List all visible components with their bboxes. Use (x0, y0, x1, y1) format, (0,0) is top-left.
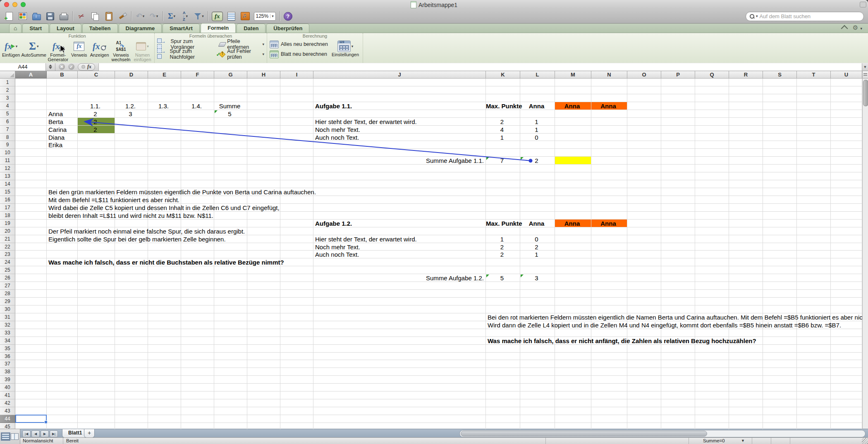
resize-grip-icon[interactable] (862, 438, 868, 444)
row-header-10[interactable]: 10 (0, 149, 15, 157)
search-icon[interactable] (749, 14, 755, 19)
format-brush-icon[interactable] (117, 11, 127, 21)
row-header-1[interactable]: 1 (0, 79, 15, 86)
cell-K26[interactable]: 5 (486, 274, 518, 282)
tab-layout[interactable]: Layout (50, 24, 81, 33)
cancel-icon[interactable]: ✕ (59, 64, 65, 70)
trace-precedents-button[interactable]: → Spur zum Vorgänger (155, 39, 217, 49)
name-box-stepper[interactable] (46, 63, 55, 71)
collapse-ribbon-icon[interactable] (841, 25, 848, 32)
column-header-B[interactable]: B (47, 71, 78, 79)
column-header-K[interactable]: K (486, 71, 520, 79)
open-icon[interactable]: ↓ (31, 11, 41, 21)
row-header-39[interactable]: 39 (0, 376, 15, 384)
cell-B8[interactable]: Diana (48, 134, 65, 141)
cell-B15[interactable]: Bei den grün markierten Feldern müssten … (48, 188, 316, 196)
cell-L21[interactable]: 0 (520, 235, 553, 243)
row-header-26[interactable]: 26 (0, 274, 15, 282)
copy-icon[interactable] (90, 11, 100, 21)
cell-K8[interactable]: 1 (486, 134, 518, 141)
title-bar[interactable]: Arbeitsmappe1 (0, 0, 868, 9)
cell-L19[interactable]: Anna (520, 220, 553, 227)
row-header-5[interactable]: 5 (0, 110, 15, 118)
row-header-33[interactable]: 33 (0, 329, 15, 337)
column-header-E[interactable]: E (148, 71, 181, 79)
cell-J22[interactable]: Noch mehr Text. (315, 243, 360, 251)
cell-C5[interactable]: 2 (78, 110, 113, 118)
calculate-sheet-button[interactable]: Blatt neu berechnen (267, 49, 330, 59)
row-header-28[interactable]: 28 (0, 290, 15, 298)
row-header-17[interactable]: 17 (0, 204, 15, 212)
save-icon[interactable] (45, 11, 55, 21)
cell-C6[interactable]: 2 (78, 118, 113, 126)
row-header-11[interactable]: 11 (0, 157, 15, 165)
cell-B17[interactable]: Wird dabei die Zelle C5 kopiert und dess… (48, 204, 280, 212)
cell-K34[interactable]: Was mache ich falsch, dass er nicht anfä… (488, 337, 756, 345)
row-header-24[interactable]: 24 (0, 258, 15, 266)
column-header-S[interactable]: S (763, 71, 797, 79)
formula-input[interactable] (98, 63, 862, 71)
cell-J4[interactable]: Aufgabe 1.1. (315, 102, 352, 110)
cell-fill-M11[interactable] (555, 157, 591, 164)
tab-home-icon[interactable]: ⌂ (9, 24, 22, 33)
row-header-4[interactable]: 4 (0, 102, 15, 110)
column-header-O[interactable]: O (627, 71, 661, 79)
row-header-2[interactable]: 2 (0, 86, 15, 94)
cell-K7[interactable]: 4 (486, 126, 518, 134)
accept-icon[interactable]: ✓ (68, 64, 74, 70)
row-header-19[interactable]: 19 (0, 220, 15, 227)
row-header-21[interactable]: 21 (0, 235, 15, 243)
row-header-25[interactable]: 25 (0, 266, 15, 274)
column-header-H[interactable]: H (247, 71, 280, 79)
cell-B16[interactable]: Mit dem Befehl =L$11 funktioniert es abe… (48, 196, 179, 204)
cell-B18[interactable]: bleibt deren Inhalt =L$11 und wird nicht… (48, 212, 213, 220)
search-scope-dropdown-icon[interactable]: ▾ (756, 14, 758, 18)
cut-icon[interactable]: ✂ (77, 11, 86, 21)
split-handle[interactable] (863, 71, 868, 79)
cell-N19[interactable]: Anna (591, 220, 625, 227)
cell-L26[interactable]: 3 (520, 274, 553, 282)
cell-J6[interactable]: Hier steht der Text, der erwartet wird. (315, 118, 417, 126)
template-gallery-icon[interactable] (18, 11, 28, 21)
cell-E4[interactable]: 1.3. (148, 102, 179, 110)
sort-icon[interactable]: A↓Z▾ (180, 11, 190, 21)
cell-K32[interactable]: Wird dann die Zelle L4 kopiert und in di… (488, 321, 841, 329)
cell-J19[interactable]: Aufgabe 1.2. (315, 220, 352, 227)
tab-tabellen[interactable]: Tabellen (82, 24, 118, 33)
cell-C7[interactable]: 2 (78, 126, 113, 134)
cell-L11[interactable]: 2 (520, 157, 553, 165)
show-formulas-button[interactable]: fx▾ Anzeigen (89, 40, 110, 57)
row-header-9[interactable]: 9 (0, 141, 15, 149)
search-input[interactable]: ▾ Auf dem Blatt suchen (746, 12, 864, 21)
tab-formeln[interactable]: Formeln (201, 23, 236, 33)
tab-überprüfen[interactable]: Überprüfen (266, 24, 309, 33)
row-header-20[interactable]: 20 (0, 227, 15, 235)
row-header-15[interactable]: 15 (0, 188, 15, 196)
row-header-27[interactable]: 27 (0, 282, 15, 290)
gear-icon[interactable]: ⚙ ▾ (853, 24, 862, 31)
remove-arrows-button[interactable]: Pfeile entfernen▾ (217, 39, 267, 49)
tab-smartart[interactable]: SmartArt (163, 24, 200, 33)
row-header-35[interactable]: 35 (0, 345, 15, 353)
cell-G4[interactable]: Summe (214, 102, 245, 110)
next-sheet-icon[interactable]: ▶ (41, 430, 49, 437)
horizontal-scrollbar-thumb[interactable] (461, 431, 707, 437)
row-header-16[interactable]: 16 (0, 196, 15, 204)
formula-builder-icon[interactable]: fx (212, 12, 223, 21)
sheet-grid[interactable]: 1.1.1.2.1.3.1.4.SummeAnna235Berta2Carina… (15, 79, 862, 429)
cell-B24[interactable]: Was mache ich falsch, dass er nicht die … (48, 258, 284, 266)
row-header-31[interactable]: 31 (0, 313, 15, 321)
row-header-30[interactable]: 30 (0, 306, 15, 313)
cell-M4[interactable]: Anna (555, 102, 589, 110)
cell-B21[interactable]: Eigentlich sollte die Spur bei der gelb … (48, 235, 226, 243)
cell-K6[interactable]: 2 (486, 118, 518, 126)
row-header-13[interactable]: 13 (0, 172, 15, 180)
calculate-all-button[interactable]: Alles neu berechnen (267, 39, 330, 49)
page-layout-view-icon[interactable] (11, 433, 19, 440)
tab-daten[interactable]: Daten (237, 24, 265, 33)
calculation-settings-button[interactable]: ▾ Einstellungen (330, 40, 360, 57)
row-header-45[interactable]: 45 (0, 423, 15, 429)
insert-names-button[interactable]: ▾ Namen einfügen (132, 40, 153, 62)
help-icon[interactable]: ? (284, 12, 292, 21)
cell-K4[interactable]: Max. Punkte (486, 102, 518, 110)
